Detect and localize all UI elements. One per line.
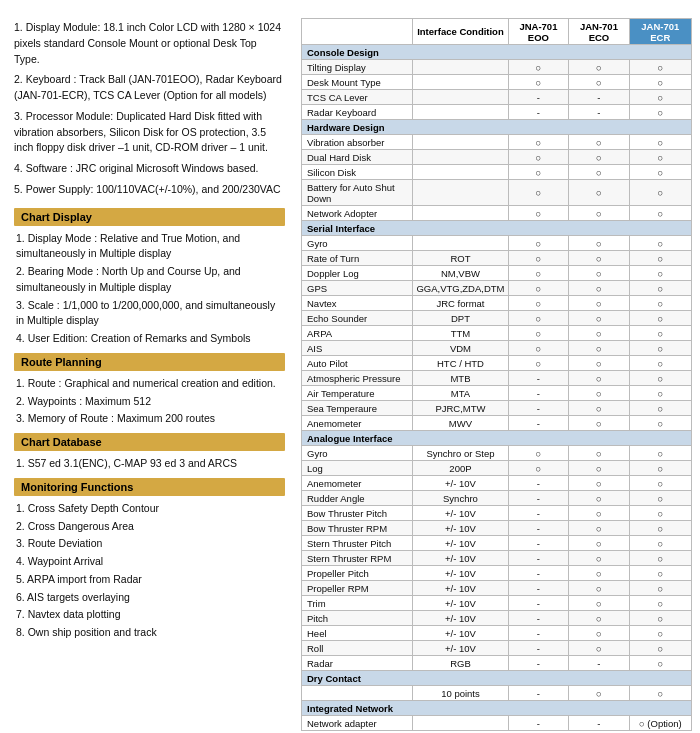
general-specs: 1. Display Module: 18.1 inch Color LCD w… (14, 20, 285, 198)
section-list: 1. Cross Safety Depth Contour2. Cross Da… (14, 501, 285, 641)
row-if-cond (413, 135, 508, 150)
row-ecr: ○ (629, 135, 691, 150)
list-item: 1. Display Mode : Relative and True Moti… (16, 231, 285, 263)
row-eoo: - (508, 716, 569, 731)
row-eco: ○ (569, 266, 629, 281)
row-eoo: ○ (508, 135, 569, 150)
row-label: Pitch (302, 611, 413, 626)
row-eco: ○ (569, 581, 629, 596)
row-ecr: ○ (629, 236, 691, 251)
table-row: TCS CA Lever--○ (302, 90, 692, 105)
section-header: Route Planning (14, 353, 285, 371)
table-section-row: Console Design (302, 45, 692, 60)
row-eco: ○ (569, 180, 629, 206)
row-if-cond: VDM (413, 341, 508, 356)
row-label: Echo Sounder (302, 311, 413, 326)
row-eoo: - (508, 506, 569, 521)
row-label: Gyro (302, 446, 413, 461)
row-eco: ○ (569, 356, 629, 371)
row-eoo: ○ (508, 446, 569, 461)
row-ecr: ○ (629, 656, 691, 671)
row-ecr: ○ (629, 341, 691, 356)
table-row: GyroSynchro or Step○○○ (302, 446, 692, 461)
row-eco: ○ (569, 135, 629, 150)
row-label: Stern Thruster RPM (302, 551, 413, 566)
table-row: RadarRGB--○ (302, 656, 692, 671)
row-ecr: ○ (629, 60, 691, 75)
row-eoo: ○ (508, 180, 569, 206)
col-header-eco: JAN-701 ECO (569, 19, 629, 45)
row-if-cond: DPT (413, 311, 508, 326)
row-if-cond: Synchro or Step (413, 446, 508, 461)
row-eco: ○ (569, 206, 629, 221)
row-label: Roll (302, 641, 413, 656)
row-if-cond: MTB (413, 371, 508, 386)
col-header-if: Interface Condition (413, 19, 508, 45)
row-eco: ○ (569, 626, 629, 641)
row-label: Auto Pilot (302, 356, 413, 371)
list-item: 6. AIS targets overlaying (16, 590, 285, 606)
row-eoo: ○ (508, 281, 569, 296)
table-row: NavtexJRC format○○○ (302, 296, 692, 311)
row-label: Sea Temperaure (302, 401, 413, 416)
row-eco: ○ (569, 446, 629, 461)
row-eco: ○ (569, 551, 629, 566)
row-if-cond: +/- 10V (413, 596, 508, 611)
row-if-cond: +/- 10V (413, 611, 508, 626)
row-eoo: ○ (508, 296, 569, 311)
row-eco: ○ (569, 536, 629, 551)
row-ecr: ○ (629, 611, 691, 626)
row-eco: ○ (569, 596, 629, 611)
row-label: Bow Thruster Pitch (302, 506, 413, 521)
row-ecr: ○ (629, 206, 691, 221)
table-row: Rudder AngleSynchro-○○ (302, 491, 692, 506)
row-eco: ○ (569, 611, 629, 626)
table-row: Gyro○○○ (302, 236, 692, 251)
row-eoo: ○ (508, 75, 569, 90)
row-eco: ○ (569, 491, 629, 506)
table-section-row: Hardware Design (302, 120, 692, 135)
table-row: Heel+/- 10V-○○ (302, 626, 692, 641)
row-eco: ○ (569, 341, 629, 356)
row-eoo: - (508, 596, 569, 611)
row-label: Trim (302, 596, 413, 611)
row-eco: ○ (569, 150, 629, 165)
row-ecr: ○ (Option) (629, 716, 691, 731)
row-ecr: ○ (629, 75, 691, 90)
table-section-row: Serial Interface (302, 221, 692, 236)
row-eco: ○ (569, 566, 629, 581)
table-row: Atmospheric PressureMTB-○○ (302, 371, 692, 386)
row-eco: ○ (569, 416, 629, 431)
col-header-eoo: JNA-701 EOO (508, 19, 569, 45)
row-eco: ○ (569, 401, 629, 416)
row-if-cond: MWV (413, 416, 508, 431)
section-header: Chart Display (14, 208, 285, 226)
spec-item: 1. Display Module: 18.1 inch Color LCD w… (14, 20, 285, 67)
row-eco: ○ (569, 506, 629, 521)
row-eco: ○ (569, 60, 629, 75)
row-label: ARPA (302, 326, 413, 341)
row-eco: - (569, 105, 629, 120)
row-eco: ○ (569, 641, 629, 656)
row-label: Doppler Log (302, 266, 413, 281)
table-row: Desk Mount Type○○○ (302, 75, 692, 90)
table-row: Pitch+/- 10V-○○ (302, 611, 692, 626)
list-item: 3. Scale : 1/1,000 to 1/200,000,000, and… (16, 298, 285, 330)
row-ecr: ○ (629, 165, 691, 180)
table-row: Trim+/- 10V-○○ (302, 596, 692, 611)
spec-item: 3. Processor Module: Duplicated Hard Dis… (14, 109, 285, 156)
row-ecr: ○ (629, 416, 691, 431)
row-label: Radar Keyboard (302, 105, 413, 120)
row-ecr: ○ (629, 461, 691, 476)
row-label: Gyro (302, 236, 413, 251)
row-eoo: - (508, 371, 569, 386)
row-if-cond: MTA (413, 386, 508, 401)
row-label: Propeller RPM (302, 581, 413, 596)
row-if-cond (413, 75, 508, 90)
table-row: Log200P○○○ (302, 461, 692, 476)
row-if-cond (413, 165, 508, 180)
row-ecr: ○ (629, 566, 691, 581)
row-if-cond: Synchro (413, 491, 508, 506)
row-eoo: ○ (508, 251, 569, 266)
row-label: Desk Mount Type (302, 75, 413, 90)
